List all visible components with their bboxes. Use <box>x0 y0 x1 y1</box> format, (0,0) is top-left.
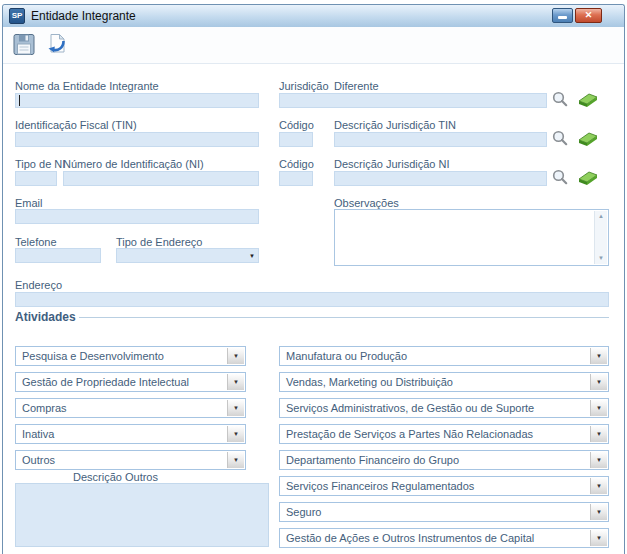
codigo-ni-label: Código <box>279 158 314 170</box>
chevron-down-icon: ▼ <box>228 400 244 416</box>
close-icon: ✕ <box>585 10 593 20</box>
observacoes-label: Observações <box>334 197 399 209</box>
floppy-disk-icon <box>11 31 38 58</box>
activity-combobox-servicos-admin[interactable]: Serviços Administrativos, de Gestão ou d… <box>279 398 609 418</box>
activity-label: Gestão de Ações e Outros Instrumentos de… <box>286 529 534 547</box>
chevron-down-icon: ▼ <box>228 452 244 468</box>
codigo-tin-input[interactable] <box>279 132 313 147</box>
activity-combobox-prestacao[interactable]: Prestação de Serviços a Partes Não Relac… <box>279 424 609 444</box>
chevron-down-icon: ▼ <box>591 478 607 494</box>
search-icon[interactable] <box>551 129 569 147</box>
eraser-icon[interactable] <box>576 170 600 186</box>
activity-label: Outros <box>22 451 55 469</box>
save-and-close-button[interactable] <box>43 31 71 59</box>
dropdown-button[interactable]: ▼ <box>590 374 607 390</box>
entidade-integrante-dialog: SP Entidade Integrante ✕ Nome <box>2 4 625 554</box>
descricao-tin-input[interactable] <box>334 132 547 147</box>
telefone-input[interactable] <box>15 248 101 263</box>
activity-combobox-acoes[interactable]: Gestão de Ações e Outros Instrumentos de… <box>279 528 609 548</box>
activity-combobox-compras[interactable]: Compras ▼ <box>15 398 246 418</box>
activity-combobox-inativa[interactable]: Inativa ▼ <box>15 424 246 444</box>
activity-label: Inativa <box>22 425 54 443</box>
tin-input[interactable] <box>15 132 259 147</box>
codigo-tin-label: Código <box>279 119 314 131</box>
activity-label: Prestação de Serviços a Partes Não Relac… <box>286 425 533 443</box>
descricao-outros-label: Descrição Outros <box>73 471 158 483</box>
activity-combobox-seguro[interactable]: Seguro ▼ <box>279 502 609 522</box>
dropdown-button[interactable]: ▼ <box>227 374 244 390</box>
numero-ni-label: Número de Identificação (NI) <box>63 158 204 170</box>
dropdown-button[interactable]: ▼ <box>590 400 607 416</box>
tipo-endereco-label: Tipo de Endereço <box>116 236 202 248</box>
dropdown-button[interactable]: ▼ <box>590 530 607 546</box>
activity-label: Departamento Financeiro do Grupo <box>286 451 459 469</box>
eraser-icon[interactable] <box>576 131 600 147</box>
activity-combobox-regulamentados[interactable]: Serviços Financeiros Regulamentados ▼ <box>279 476 609 496</box>
scroll-down-icon[interactable]: ▼ <box>595 254 607 263</box>
chevron-down-icon: ▼ <box>591 400 607 416</box>
codigo-ni-input[interactable] <box>279 171 313 186</box>
dropdown-button[interactable]: ▼ <box>227 426 244 442</box>
chevron-down-icon: ▼ <box>591 452 607 468</box>
dropdown-button[interactable]: ▼ <box>227 400 244 416</box>
activity-combobox-outros[interactable]: Outros ▼ <box>15 450 246 470</box>
toolbar <box>3 27 624 64</box>
dropdown-button[interactable]: ▼ <box>227 452 244 468</box>
activity-combobox-vendas[interactable]: Vendas, Marketing ou Distribuição ▼ <box>279 372 609 392</box>
chevron-down-icon: ▼ <box>591 374 607 390</box>
section-divider <box>79 317 609 318</box>
activity-combobox-propriedade[interactable]: Gestão de Propriedade Intelectual ▼ <box>15 372 246 392</box>
search-icon[interactable] <box>551 90 569 108</box>
activity-combobox-pesquisa[interactable]: Pesquisa e Desenvolvimento ▼ <box>15 346 246 366</box>
tipo-endereco-value <box>117 253 120 265</box>
scroll-up-icon[interactable]: ▲ <box>595 212 607 221</box>
scrollbar[interactable]: ▲ ▼ <box>594 211 607 264</box>
activity-label: Compras <box>22 399 67 417</box>
endereco-input[interactable] <box>15 292 609 307</box>
titlebar: SP Entidade Integrante ✕ <box>3 5 624 28</box>
app-icon-text: SP <box>12 11 23 20</box>
activity-label: Manufatura ou Produção <box>286 347 407 365</box>
endereco-label: Endereço <box>15 279 62 291</box>
minimize-button[interactable] <box>552 8 573 23</box>
telefone-label: Telefone <box>15 236 57 248</box>
observacoes-textarea[interactable]: ▲ ▼ <box>334 209 609 266</box>
descricao-ni-label: Descrição Jurisdição NI <box>334 158 450 170</box>
window-title: Entidade Integrante <box>31 9 136 23</box>
dropdown-button[interactable]: ▼ <box>590 452 607 468</box>
email-input[interactable] <box>15 209 259 224</box>
tipo-ni-input[interactable] <box>15 171 57 186</box>
jurisdicao-input[interactable] <box>279 93 547 108</box>
jurisdicao-label: Jurisdição <box>279 80 329 92</box>
chevron-down-icon: ▼ <box>228 426 244 442</box>
descricao-ni-input[interactable] <box>334 171 547 186</box>
dropdown-button[interactable]: ▼ <box>590 504 607 520</box>
dropdown-button[interactable]: ▼ <box>590 348 607 364</box>
numero-ni-input[interactable] <box>63 171 259 186</box>
chevron-down-icon: ▼ <box>249 252 255 260</box>
nome-label: Nome da Entidade Integrante <box>15 80 159 92</box>
dropdown-button[interactable]: ▼ <box>227 348 244 364</box>
activity-label: Seguro <box>286 503 321 521</box>
atividades-title: Atividades <box>15 310 76 324</box>
close-button[interactable]: ✕ <box>575 8 602 23</box>
chevron-down-icon: ▼ <box>591 426 607 442</box>
activity-label: Serviços Financeiros Regulamentados <box>286 477 474 495</box>
save-button[interactable] <box>11 31 39 59</box>
minimize-icon <box>558 16 567 19</box>
descricao-outros-textarea[interactable] <box>15 483 269 547</box>
activity-label: Serviços Administrativos, de Gestão ou d… <box>286 399 534 417</box>
tipo-endereco-dropdown[interactable]: ▼ <box>116 248 259 263</box>
dropdown-button[interactable]: ▼ <box>590 478 607 494</box>
tin-label: Identificação Fiscal (TIN) <box>15 119 137 131</box>
dropdown-button[interactable]: ▼ <box>590 426 607 442</box>
eraser-icon[interactable] <box>576 92 600 108</box>
nome-input[interactable] <box>15 93 259 108</box>
curved-arrow-icon <box>43 31 70 58</box>
activity-label: Pesquisa e Desenvolvimento <box>22 347 164 365</box>
activity-label: Gestão de Propriedade Intelectual <box>22 373 189 391</box>
activity-combobox-financeiro[interactable]: Departamento Financeiro do Grupo ▼ <box>279 450 609 470</box>
activity-combobox-manufatura[interactable]: Manufatura ou Produção ▼ <box>279 346 609 366</box>
search-icon[interactable] <box>551 168 569 186</box>
chevron-down-icon: ▼ <box>591 348 607 364</box>
